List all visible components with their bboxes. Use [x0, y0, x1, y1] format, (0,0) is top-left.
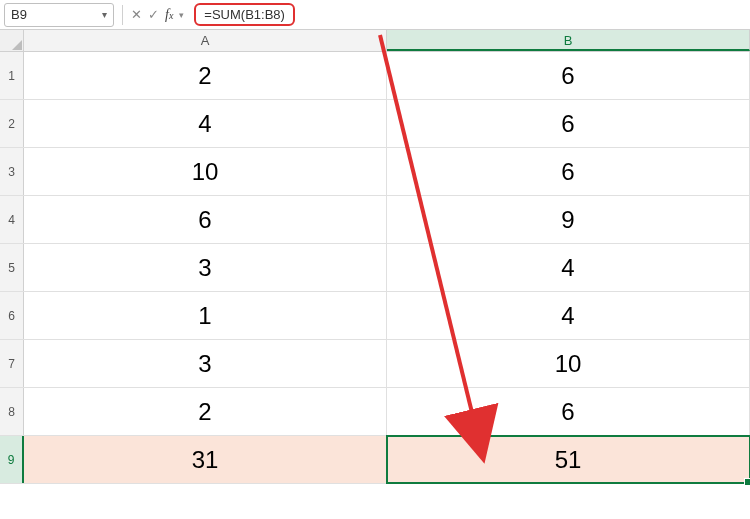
cell-A1[interactable]: 2: [24, 52, 387, 99]
row-header-8[interactable]: 8: [0, 388, 24, 435]
row-header-4[interactable]: 4: [0, 196, 24, 243]
cell-B9[interactable]: 51: [387, 436, 750, 483]
cell-A7[interactable]: 3: [24, 340, 387, 387]
name-box[interactable]: B9 ▾: [4, 3, 114, 27]
cell-A8[interactable]: 2: [24, 388, 387, 435]
chevron-down-icon[interactable]: ▾: [179, 10, 184, 20]
cancel-icon[interactable]: ✕: [131, 7, 142, 22]
row-2: 2 4 6: [0, 100, 750, 148]
row-header-7[interactable]: 7: [0, 340, 24, 387]
row-1: 1 2 6: [0, 52, 750, 100]
col-header-A[interactable]: A: [24, 30, 387, 51]
row-header-9[interactable]: 9: [0, 436, 24, 483]
cell-A3[interactable]: 10: [24, 148, 387, 195]
cell-B4[interactable]: 9: [387, 196, 750, 243]
cell-B2[interactable]: 6: [387, 100, 750, 147]
cell-A5[interactable]: 3: [24, 244, 387, 291]
name-box-value: B9: [11, 7, 102, 22]
column-header-row: A B: [0, 30, 750, 52]
cell-B5[interactable]: 4: [387, 244, 750, 291]
cell-B8[interactable]: 6: [387, 388, 750, 435]
cell-B6[interactable]: 4: [387, 292, 750, 339]
row-5: 5 3 4: [0, 244, 750, 292]
row-9: 9 31 51: [0, 436, 750, 484]
row-4: 4 6 9: [0, 196, 750, 244]
cell-B3[interactable]: 6: [387, 148, 750, 195]
row-7: 7 3 10: [0, 340, 750, 388]
cell-A4[interactable]: 6: [24, 196, 387, 243]
row-6: 6 1 4: [0, 292, 750, 340]
row-header-6[interactable]: 6: [0, 292, 24, 339]
divider: [122, 5, 123, 25]
formula-controls: ✕ ✓ fx ▾: [127, 7, 188, 23]
chevron-down-icon[interactable]: ▾: [102, 9, 107, 20]
row-3: 3 10 6: [0, 148, 750, 196]
fx-icon[interactable]: fx: [165, 7, 173, 23]
row-header-1[interactable]: 1: [0, 52, 24, 99]
spreadsheet: A B 1 2 6 2 4 6 3 10 6 4 6 9 5 3 4 6 1 4…: [0, 30, 750, 484]
col-header-B[interactable]: B: [387, 30, 750, 51]
cell-A2[interactable]: 4: [24, 100, 387, 147]
formula-text: =SUM(B1:B8): [204, 7, 285, 22]
cell-B1[interactable]: 6: [387, 52, 750, 99]
formula-input[interactable]: =SUM(B1:B8): [194, 3, 295, 26]
row-header-5[interactable]: 5: [0, 244, 24, 291]
accept-icon[interactable]: ✓: [148, 7, 159, 22]
select-all-corner[interactable]: [0, 30, 24, 51]
row-8: 8 2 6: [0, 388, 750, 436]
cell-B7[interactable]: 10: [387, 340, 750, 387]
svg-marker-0: [12, 40, 22, 50]
row-header-2[interactable]: 2: [0, 100, 24, 147]
formula-bar: B9 ▾ ✕ ✓ fx ▾ =SUM(B1:B8): [0, 0, 750, 30]
cell-A9[interactable]: 31: [24, 436, 387, 483]
cell-A6[interactable]: 1: [24, 292, 387, 339]
row-header-3[interactable]: 3: [0, 148, 24, 195]
